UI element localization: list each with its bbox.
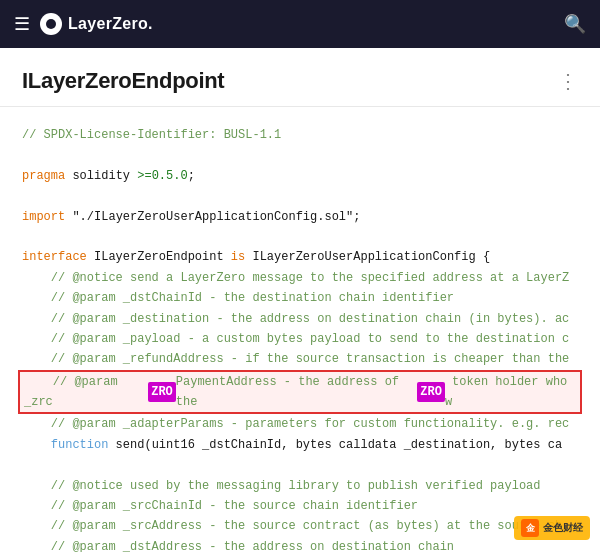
code-comment9: // @param _srcAddress - the source contr… xyxy=(22,516,578,536)
watermark: 金 金色财经 xyxy=(514,516,590,540)
code-interface-keyword: interface xyxy=(22,247,87,267)
code-comment-zrc-prefix: // @param _zrc xyxy=(24,372,148,413)
more-options-icon[interactable]: ⋮ xyxy=(558,69,578,93)
hamburger-icon[interactable]: ☰ xyxy=(14,13,30,35)
logo-icon xyxy=(40,13,62,35)
code-comment2: // @param _dstChainId - the destination … xyxy=(22,288,578,308)
code-line-blank4 xyxy=(22,455,578,475)
navbar: ☰ LayerZero. 🔍 xyxy=(0,0,600,48)
highlighted-row: // @param _zrcZROPaymentAddress - the ad… xyxy=(18,370,582,415)
page-header: ILayerZeroEndpoint ⋮ xyxy=(0,48,600,107)
logo-container: LayerZero. xyxy=(40,13,153,35)
code-is-keyword: is xyxy=(231,247,245,267)
search-icon[interactable]: 🔍 xyxy=(564,13,586,35)
page-content: ILayerZeroEndpoint ⋮ // SPDX-License-Ide… xyxy=(0,48,600,552)
code-line-license: // SPDX-License-Identifier: BUSL-1.1 xyxy=(22,125,578,145)
code-semicolon1: ; xyxy=(188,166,195,186)
watermark-text: 金色财经 xyxy=(543,521,583,535)
navbar-left: ☰ LayerZero. xyxy=(14,13,153,35)
code-line-pragma: pragma solidity >=0.5.0 ; xyxy=(22,166,578,186)
code-import-path: "./ILayerZeroUserApplicationConfig.sol"; xyxy=(65,207,360,227)
logo-icon-inner xyxy=(46,19,56,29)
code-comment1: // @notice send a LayerZero message to t… xyxy=(22,268,578,288)
code-function-indent xyxy=(22,435,51,455)
code-line-import: import "./ILayerZeroUserApplicationConfi… xyxy=(22,207,578,227)
code-comment3: // @param _destination - the address on … xyxy=(22,309,578,329)
code-function-body: send(uint16 _dstChainId, bytes calldata … xyxy=(108,435,562,455)
code-line-blank3 xyxy=(22,227,578,247)
code-function-keyword: function xyxy=(51,435,109,455)
logo-text: LayerZero. xyxy=(68,15,153,33)
zro-badge: ZRO xyxy=(148,382,176,402)
code-pragma-keyword: pragma xyxy=(22,166,65,186)
code-comment10: // @param _dstAddress - the address on d… xyxy=(22,537,578,552)
code-line-blank1 xyxy=(22,145,578,165)
code-interface-name: ILayerZeroEndpoint xyxy=(87,247,231,267)
page-title: ILayerZeroEndpoint xyxy=(22,68,224,94)
code-comment5: // @param _refundAddress - if the source… xyxy=(22,349,578,369)
code-comment4: // @param _payload - a custom bytes payl… xyxy=(22,329,578,349)
code-comment-license: // SPDX-License-Identifier: BUSL-1.1 xyxy=(22,125,281,145)
code-area: // SPDX-License-Identifier: BUSL-1.1 pra… xyxy=(0,107,600,552)
code-version: >=0.5.0 xyxy=(137,166,187,186)
code-comment-zrc-end: token holder who w xyxy=(445,372,576,413)
code-comment6: // @param _adapterParams - parameters fo… xyxy=(22,414,578,434)
code-comment-zrc-middle: PaymentAddress - the address of the xyxy=(176,372,417,413)
code-line-interface: interface ILayerZeroEndpoint is ILayerZe… xyxy=(22,247,578,267)
watermark-icon: 金 xyxy=(521,519,539,537)
code-line-blank2 xyxy=(22,186,578,206)
code-function1: function send(uint16 _dstChainId, bytes … xyxy=(22,435,578,455)
code-pragma-solidity: solidity xyxy=(65,166,137,186)
code-comment7: // @notice used by the messaging library… xyxy=(22,476,578,496)
code-comment8: // @param _srcChainId - the source chain… xyxy=(22,496,578,516)
code-interface-extends: ILayerZeroUserApplicationConfig { xyxy=(245,247,490,267)
code-import-keyword: import xyxy=(22,207,65,227)
zro-badge-2: ZRO xyxy=(417,382,445,402)
